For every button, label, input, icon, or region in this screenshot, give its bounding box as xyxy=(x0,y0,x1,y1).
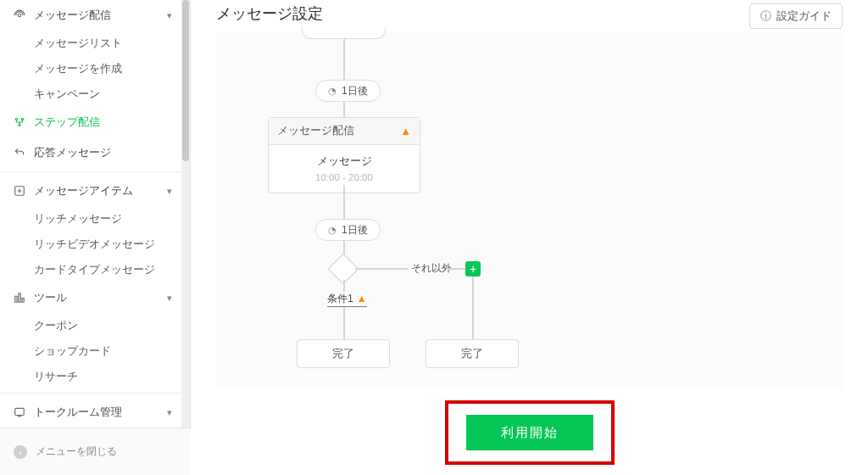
connector xyxy=(343,102,345,119)
page-title: メッセージ設定 xyxy=(216,3,323,24)
sidebar-item-label: リッチビデオメッセージ xyxy=(34,237,155,252)
sidebar-item-research[interactable]: リサーチ xyxy=(0,364,182,389)
end-node-right[interactable]: 完了 xyxy=(426,339,519,368)
delay-label: 1日後 xyxy=(342,223,368,238)
sidebar-scroll: メッセージ配信 ▾ メッセージリスト メッセージを作成 キャンペーン ステップ配… xyxy=(0,0,182,428)
sidebar-group-label: メッセージ配信 xyxy=(34,8,167,23)
sidebar-item-rich-message[interactable]: リッチメッセージ xyxy=(0,206,182,232)
connector xyxy=(447,268,465,270)
start-button[interactable]: 利用開始 xyxy=(466,415,593,450)
card-time: 10:00 - 20:00 xyxy=(269,172,420,182)
scrollbar-thumb[interactable] xyxy=(182,0,189,161)
add-branch-button[interactable]: + xyxy=(465,261,481,277)
sidebar-group-label: メッセージアイテム xyxy=(34,183,167,198)
sidebar-item-reply[interactable]: 応答メッセージ xyxy=(0,137,182,168)
warning-icon: ▲ xyxy=(400,125,411,137)
sidebar-item-label: カードタイプメッセージ xyxy=(34,262,155,277)
delay-pill-1[interactable]: ◔ 1日後 xyxy=(315,80,381,102)
sidebar-item-label: トークルーム管理 xyxy=(34,405,167,420)
settings-guide-button[interactable]: ⓘ 設定ガイド xyxy=(749,3,843,29)
sidebar-item-label: リサーチ xyxy=(34,369,78,384)
reply-icon xyxy=(12,147,27,159)
main: メッセージ設定 ⓘ 設定ガイド ◔ 1日後 メッセージ配信 ▲ メッセージ 10… xyxy=(191,0,868,475)
sidebar-item-card-type[interactable]: カードタイプメッセージ xyxy=(0,257,182,282)
sidebar-item-label: メッセージを作成 xyxy=(34,61,122,76)
flow-canvas[interactable]: ◔ 1日後 メッセージ配信 ▲ メッセージ 10:00 - 20:00 ◔ 1日… xyxy=(216,32,843,388)
step-icon xyxy=(12,116,27,128)
start-button-label: 利用開始 xyxy=(501,425,559,441)
sidebar-group-broadcast[interactable]: メッセージ配信 ▾ xyxy=(0,0,182,31)
sidebar-item-coupon[interactable]: クーポン xyxy=(0,313,182,338)
divider xyxy=(0,171,182,172)
info-icon: ⓘ xyxy=(760,9,771,24)
sidebar-item-label: ショップカード xyxy=(34,344,111,359)
flow-node-fragment[interactable] xyxy=(302,27,386,39)
sidebar-item-label: リッチメッセージ xyxy=(34,211,122,226)
sidebar-item-label: ステップ配信 xyxy=(34,115,172,130)
sidebar-item-rich-video[interactable]: リッチビデオメッセージ xyxy=(0,232,182,257)
tools-icon xyxy=(12,292,27,304)
svg-point-1 xyxy=(15,118,17,120)
card-title: メッセージ xyxy=(269,154,420,169)
sidebar-collapse-label: メニューを閉じる xyxy=(36,444,117,459)
clock-icon: ◔ xyxy=(328,225,337,236)
chevron-down-icon: ▾ xyxy=(167,186,172,197)
sidebar-group-label: ツール xyxy=(34,290,167,305)
connector xyxy=(343,280,345,292)
chevron-down-icon: ▾ xyxy=(167,10,172,21)
sidebar-group-tools[interactable]: ツール ▾ xyxy=(0,282,182,313)
sidebar-group-items[interactable]: メッセージアイテム ▾ xyxy=(0,176,182,206)
sidebar-item-label: 応答メッセージ xyxy=(34,145,172,160)
warning-icon: ▲ xyxy=(357,293,367,305)
end-node-left[interactable]: 完了 xyxy=(297,339,390,368)
broadcast-icon xyxy=(12,9,27,21)
card-header-label: メッセージ配信 xyxy=(277,124,354,138)
chevron-down-icon: ▾ xyxy=(167,293,172,304)
branch-else-label: それ以外 xyxy=(411,261,452,276)
chevron-down-icon: ▾ xyxy=(167,407,172,418)
connector xyxy=(343,185,345,221)
guide-label: 設定ガイド xyxy=(776,9,832,24)
sidebar-item-label: クーポン xyxy=(34,318,78,333)
sidebar-item-message-list[interactable]: メッセージリスト xyxy=(0,31,182,56)
svg-point-3 xyxy=(19,124,20,126)
clock-icon: ◔ xyxy=(328,86,337,97)
sidebar-item-campaign[interactable]: キャンペーン xyxy=(0,81,182,107)
collapse-icon: ‹ xyxy=(14,445,27,459)
sidebar-collapse[interactable]: ‹ メニューを閉じる xyxy=(0,428,191,475)
sidebar-item-shopcard[interactable]: ショップカード xyxy=(0,338,182,364)
end-label: 完了 xyxy=(461,346,483,361)
end-label: 完了 xyxy=(332,346,354,361)
scrollbar-track[interactable] xyxy=(181,0,190,428)
delay-pill-2[interactable]: ◔ 1日後 xyxy=(315,219,381,241)
connector xyxy=(355,268,408,270)
message-card[interactable]: メッセージ配信 ▲ メッセージ 10:00 - 20:00 xyxy=(268,117,420,193)
sidebar-item-label: メッセージリスト xyxy=(34,36,122,51)
sidebar-group-talkroom[interactable]: トークルーム管理 ▾ xyxy=(0,397,182,428)
sidebar-item-step[interactable]: ステップ配信 xyxy=(0,107,182,137)
svg-point-2 xyxy=(21,118,23,120)
condition-link[interactable]: 条件1▲ xyxy=(327,292,367,307)
svg-rect-5 xyxy=(15,408,25,415)
cta-highlight-box: 利用開始 xyxy=(445,400,615,465)
sidebar-item-label: キャンペーン xyxy=(34,87,100,102)
sidebar-item-message-create[interactable]: メッセージを作成 xyxy=(0,56,182,81)
divider xyxy=(0,393,182,394)
sidebar: メッセージ配信 ▾ メッセージリスト メッセージを作成 キャンペーン ステップ配… xyxy=(0,0,191,475)
delay-label: 1日後 xyxy=(342,84,368,98)
connector xyxy=(472,277,474,339)
svg-point-0 xyxy=(18,14,21,17)
card-header: メッセージ配信 ▲ xyxy=(269,118,420,145)
condition-label: 条件1 xyxy=(327,293,353,305)
connector xyxy=(343,39,345,81)
plus-box-icon xyxy=(12,185,27,197)
connector xyxy=(343,307,345,339)
talkroom-icon xyxy=(12,406,27,418)
